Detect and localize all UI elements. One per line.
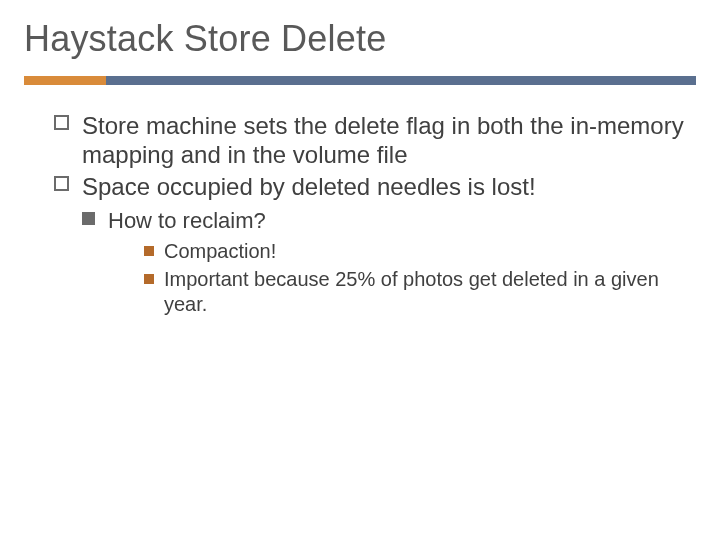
square-filled-icon: [144, 246, 154, 256]
list-item: Store machine sets the delete flag in bo…: [54, 111, 684, 170]
bullet-text: How to reclaim?: [108, 208, 266, 233]
bullet-text: Store machine sets the delete flag in bo…: [82, 112, 684, 168]
square-open-icon: [54, 115, 69, 130]
list-item: Space occupied by deleted needles is los…: [54, 172, 684, 318]
square-closed-icon: [82, 212, 95, 225]
list-item: Compaction!: [144, 239, 684, 265]
bullet-list-level1: Store machine sets the delete flag in bo…: [54, 111, 684, 318]
bullet-text: Important because 25% of photos get dele…: [164, 268, 659, 316]
bullet-list-level3: Compaction! Important because 25% of pho…: [108, 239, 684, 318]
bullet-list-level2: How to reclaim? Compaction! Important be…: [82, 207, 684, 318]
bullet-text: Compaction!: [164, 240, 276, 262]
square-filled-icon: [144, 274, 154, 284]
slide-title: Haystack Store Delete: [24, 18, 696, 60]
list-item: How to reclaim? Compaction! Important be…: [82, 207, 684, 318]
slide: Haystack Store Delete Store machine sets…: [0, 0, 720, 540]
underline-bar: [106, 76, 696, 85]
list-item: Important because 25% of photos get dele…: [144, 267, 684, 318]
content-area: Store machine sets the delete flag in bo…: [24, 111, 696, 318]
title-underline: [24, 76, 696, 85]
accent-bar: [24, 76, 106, 85]
square-open-icon: [54, 176, 69, 191]
bullet-text: Space occupied by deleted needles is los…: [82, 173, 536, 200]
